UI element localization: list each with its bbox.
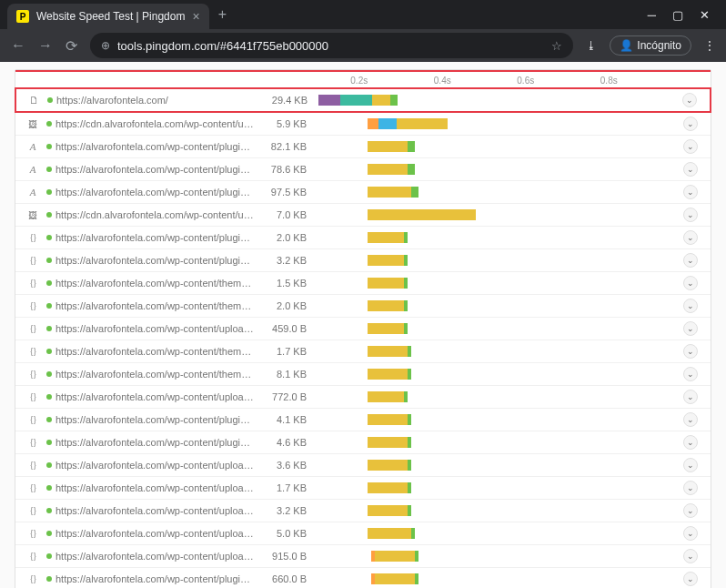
expand-button[interactable]: ⌄: [683, 299, 698, 313]
font-icon: [23, 141, 43, 152]
status-dot-icon: [46, 235, 52, 240]
expand-button[interactable]: ⌄: [683, 390, 698, 404]
incognito-icon: 👤: [620, 39, 633, 52]
expand-button[interactable]: ⌄: [683, 503, 698, 518]
waterfall-cell: [318, 431, 678, 453]
code-icon: [23, 301, 43, 310]
request-row[interactable]: https://cdn.alvarofontela.com/wp-content…: [15, 203, 711, 226]
request-url: https://alvarofontela.com/wp-content/plu…: [55, 141, 263, 152]
waterfall-cell: [318, 113, 678, 135]
expand-button[interactable]: ⌄: [683, 412, 698, 427]
request-row[interactable]: https://alvarofontela.com/wp-content/the…: [15, 362, 711, 385]
status-indicator: [43, 121, 55, 127]
request-row[interactable]: https://alvarofontela.com/wp-content/plu…: [15, 135, 711, 157]
expand-button[interactable]: ⌄: [683, 526, 698, 541]
expand-button[interactable]: ⌄: [682, 93, 697, 107]
reload-button[interactable]: ⟳: [66, 37, 77, 55]
expand-button[interactable]: ⌄: [683, 276, 698, 290]
minimize-icon[interactable]: ─: [648, 8, 656, 22]
request-url: https://alvarofontela.com/wp-content/plu…: [55, 255, 263, 266]
bookmark-icon[interactable]: ☆: [551, 39, 562, 53]
request-row[interactable]: https://alvarofontela.com/wp-content/upl…: [15, 385, 711, 408]
chevron-down-icon: ⌄: [687, 324, 694, 333]
chevron-down-icon: ⌄: [687, 188, 694, 197]
expand-button[interactable]: ⌄: [683, 253, 698, 268]
page-content: 0.2s0.4s0.6s0.8s https://alvarofontela.c…: [0, 62, 726, 588]
timing-segment: [368, 141, 408, 152]
close-icon[interactable]: ×: [192, 9, 199, 24]
status-indicator: [43, 371, 55, 377]
status-dot-icon: [46, 121, 52, 127]
request-row[interactable]: https://alvarofontela.com/wp-content/plu…: [15, 431, 711, 453]
expand-button[interactable]: ⌄: [683, 481, 698, 495]
chevron-down-icon: ⌄: [687, 301, 694, 310]
request-url: https://alvarofontela.com/wp-content/plu…: [55, 164, 263, 175]
timing-segment: [408, 437, 411, 448]
request-row[interactable]: https://alvarofontela.com/wp-content/upl…: [15, 522, 711, 544]
img-icon: [23, 119, 43, 129]
expand-button[interactable]: ⌄: [683, 572, 698, 586]
status-indicator: [43, 576, 55, 582]
request-row[interactable]: https://alvarofontela.com/wp-content/plu…: [15, 567, 711, 588]
request-url: https://cdn.alvarofontela.com/wp-content…: [55, 118, 263, 129]
request-row[interactable]: https://alvarofontela.com/wp-content/plu…: [15, 157, 711, 180]
request-row[interactable]: https://alvarofontela.com/wp-content/plu…: [15, 180, 711, 203]
waterfall-cell: [318, 272, 678, 294]
status-indicator: [43, 531, 55, 536]
menu-icon[interactable]: ⋮: [704, 39, 715, 52]
download-icon[interactable]: ⭳: [586, 39, 597, 52]
request-row[interactable]: https://alvarofontela.com/wp-content/upl…: [15, 453, 711, 476]
request-row[interactable]: https://alvarofontela.com/wp-content/upl…: [15, 544, 711, 567]
request-row[interactable]: https://alvarofontela.com/wp-content/upl…: [15, 476, 711, 499]
forward-button[interactable]: →: [38, 37, 53, 54]
timing-segment: [318, 95, 340, 106]
request-size: 29.4 KB: [264, 95, 318, 106]
expand-button[interactable]: ⌄: [683, 549, 698, 563]
site-info-icon[interactable]: ⊕: [101, 39, 110, 52]
request-row[interactable]: https://alvarofontela.com/wp-content/the…: [15, 340, 711, 362]
chevron-down-icon: ⌄: [687, 370, 694, 379]
new-tab-button[interactable]: +: [209, 6, 236, 23]
status-indicator: [43, 417, 55, 422]
window-titlebar: P Website Speed Test | Pingdom × + ─ ▢ ✕: [0, 0, 726, 29]
status-indicator: [43, 440, 55, 445]
request-row[interactable]: https://alvarofontela.com/wp-content/the…: [15, 294, 711, 317]
expand-button[interactable]: ⌄: [683, 117, 698, 131]
back-button[interactable]: ←: [11, 37, 25, 54]
maximize-icon[interactable]: ▢: [672, 8, 683, 22]
expand-button[interactable]: ⌄: [683, 344, 698, 359]
expand-button[interactable]: ⌄: [683, 185, 698, 199]
request-row[interactable]: https://alvarofontela.com/29.4 KB⌄: [15, 87, 711, 113]
expand-button[interactable]: ⌄: [683, 458, 698, 472]
address-bar[interactable]: ⊕ tools.pingdom.com/#6441f755eb000000 ☆: [90, 33, 573, 58]
expand-button[interactable]: ⌄: [683, 162, 698, 177]
incognito-badge[interactable]: 👤 Incógnito: [610, 35, 691, 56]
request-row[interactable]: https://cdn.alvarofontela.com/wp-content…: [15, 112, 711, 135]
request-row[interactable]: https://alvarofontela.com/wp-content/plu…: [15, 408, 711, 431]
status-indicator: [43, 212, 55, 218]
status-indicator: [43, 258, 55, 263]
expand-button[interactable]: ⌄: [683, 435, 698, 450]
request-row[interactable]: https://alvarofontela.com/wp-content/plu…: [15, 226, 711, 248]
request-url: https://alvarofontela.com/wp-content/the…: [55, 369, 263, 380]
request-size: 1.5 KB: [263, 278, 318, 289]
status-dot-icon: [46, 462, 52, 468]
request-row[interactable]: https://alvarofontela.com/wp-content/upl…: [15, 499, 711, 522]
waterfall-cell: [318, 363, 678, 385]
browser-tab[interactable]: P Website Speed Test | Pingdom ×: [7, 4, 209, 29]
code-icon: [23, 233, 43, 242]
request-row[interactable]: https://alvarofontela.com/wp-content/upl…: [15, 317, 711, 340]
status-dot-icon: [46, 371, 52, 377]
expand-button[interactable]: ⌄: [683, 208, 698, 222]
request-size: 2.0 KB: [263, 232, 318, 243]
expand-button[interactable]: ⌄: [683, 230, 698, 245]
expand-button[interactable]: ⌄: [683, 367, 698, 381]
expand-button[interactable]: ⌄: [683, 139, 698, 154]
code-icon: [23, 324, 43, 333]
request-size: 1.7 KB: [263, 346, 318, 357]
code-icon: [23, 370, 43, 379]
request-row[interactable]: https://alvarofontela.com/wp-content/plu…: [15, 248, 711, 271]
expand-button[interactable]: ⌄: [683, 321, 698, 336]
close-window-icon[interactable]: ✕: [700, 8, 710, 22]
request-row[interactable]: https://alvarofontela.com/wp-content/the…: [15, 271, 711, 294]
